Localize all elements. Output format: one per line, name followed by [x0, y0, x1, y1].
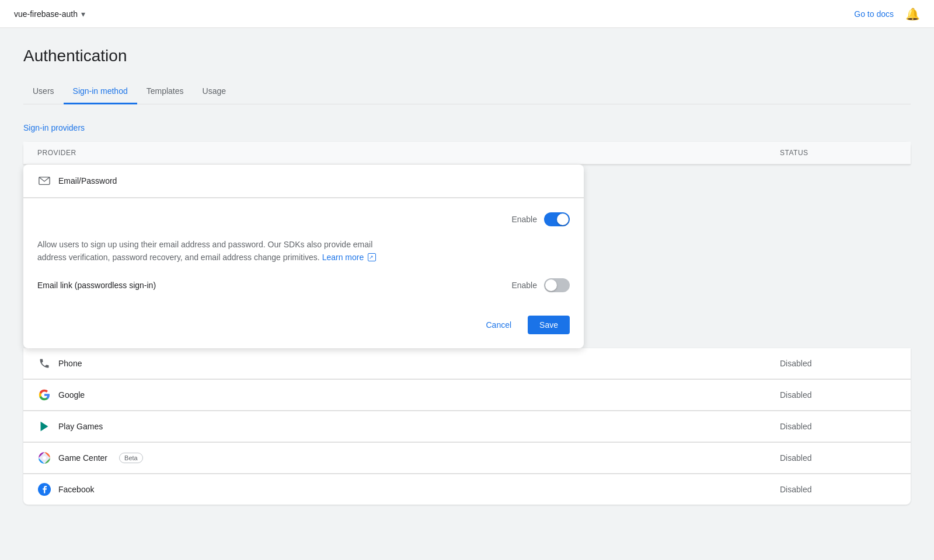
email-password-provider-name: Email/Password	[58, 176, 117, 186]
enable-toggle-row: Enable	[37, 212, 570, 226]
provider-name-play-games: Play Games	[58, 422, 103, 431]
top-bar: vue-firebase-auth ▾ Go to docs 🔔	[0, 0, 934, 28]
description-text: Allow users to sign up using their email…	[37, 238, 388, 264]
table-row[interactable]: Google Disabled	[23, 380, 911, 411]
facebook-icon	[37, 482, 51, 496]
provider-info-phone: Phone	[37, 356, 780, 370]
provider-status-google: Disabled	[780, 390, 897, 400]
external-link-icon	[368, 253, 376, 261]
table-top: Provider Status	[23, 142, 911, 164]
expanded-panel-body: Enable Allow users to sign up using thei…	[23, 198, 584, 348]
notification-bell-icon[interactable]: 🔔	[905, 7, 920, 21]
project-name: vue-firebase-auth	[14, 9, 78, 19]
provider-status-play-games: Disabled	[780, 422, 897, 431]
email-link-enable-group: Enable	[511, 278, 570, 292]
email-link-row: Email link (passwordless sign-in) Enable	[37, 278, 570, 292]
provider-status-facebook: Disabled	[780, 485, 897, 494]
table-row[interactable]: Play Games Disabled	[23, 411, 911, 442]
col-header-status: Status	[780, 149, 897, 157]
play-games-icon	[37, 419, 51, 433]
svg-marker-1	[41, 422, 48, 432]
tab-templates[interactable]: Templates	[137, 79, 193, 104]
game-center-icon	[37, 451, 51, 465]
provider-status-phone: Disabled	[780, 359, 897, 368]
cancel-button[interactable]: Cancel	[474, 316, 523, 334]
provider-info-play-games: Play Games	[37, 419, 780, 433]
save-button[interactable]: Save	[528, 316, 570, 334]
enable-main-toggle[interactable]	[544, 212, 570, 226]
learn-more-link[interactable]: Learn more	[322, 253, 364, 262]
page-title: Authentication	[23, 47, 911, 65]
project-dropdown-icon: ▾	[81, 9, 85, 19]
top-bar-actions: Go to docs 🔔	[854, 7, 920, 21]
email-icon	[37, 174, 51, 188]
table-header: Provider Status	[23, 142, 911, 164]
provider-name-google: Google	[58, 390, 85, 400]
provider-info-game-center: Game Center Beta	[37, 451, 780, 465]
col-header-provider: Provider	[37, 149, 780, 157]
tabs-nav: Users Sign-in method Templates Usage	[23, 79, 911, 104]
provider-status-game-center: Disabled	[780, 453, 897, 463]
provider-name-game-center: Game Center	[58, 453, 107, 463]
tab-usage[interactable]: Usage	[193, 79, 235, 104]
table-row[interactable]: Game Center Beta Disabled	[23, 443, 911, 474]
go-to-docs-link[interactable]: Go to docs	[854, 9, 894, 19]
table-bottom: Phone Disabled	[23, 348, 911, 505]
sign-in-providers-section: Sign-in providers Provider Status	[23, 123, 911, 505]
action-buttons: Cancel Save	[37, 311, 570, 334]
section-title: Sign-in providers	[23, 123, 911, 132]
phone-icon	[37, 356, 51, 370]
provider-name-phone: Phone	[58, 359, 82, 368]
table-row[interactable]: Phone Disabled	[23, 348, 911, 379]
provider-name-facebook: Facebook	[58, 485, 94, 494]
email-password-expanded-panel: Email/Password Enable Allo	[23, 164, 584, 348]
provider-info-facebook: Facebook	[37, 482, 780, 496]
provider-info-google: Google	[37, 388, 780, 402]
providers-container: Provider Status Email/Password	[23, 142, 911, 505]
enable-main-label: Enable	[511, 215, 537, 224]
beta-badge: Beta	[119, 453, 143, 463]
tab-users[interactable]: Users	[23, 79, 64, 104]
expanded-panel-header: Email/Password	[23, 164, 584, 198]
project-selector[interactable]: vue-firebase-auth ▾	[14, 9, 85, 19]
google-icon	[37, 388, 51, 402]
email-link-enable-label: Enable	[511, 281, 537, 290]
table-row[interactable]: Facebook Disabled	[23, 474, 911, 505]
main-content: Authentication Users Sign-in method Temp…	[0, 28, 934, 523]
email-link-label: Email link (passwordless sign-in)	[37, 281, 156, 290]
email-link-toggle[interactable]	[544, 278, 570, 292]
svg-point-3	[43, 456, 46, 460]
tab-signin-method[interactable]: Sign-in method	[64, 79, 137, 104]
